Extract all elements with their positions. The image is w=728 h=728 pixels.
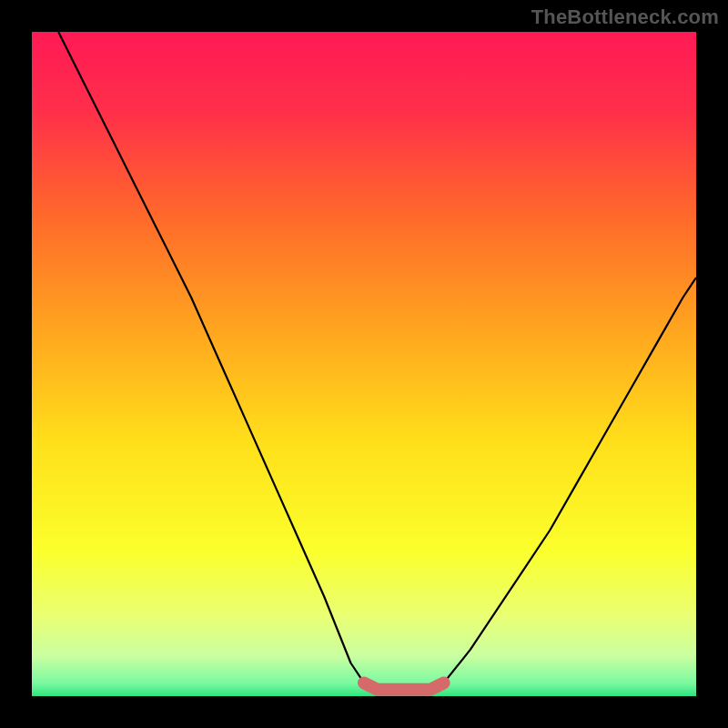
chart-frame: TheBottleneck.com xyxy=(0,0,728,728)
plot-area xyxy=(32,32,696,696)
chart-svg xyxy=(32,32,696,696)
series-trough-marker xyxy=(364,682,444,689)
watermark-text: TheBottleneck.com xyxy=(531,5,719,29)
gradient-background xyxy=(32,32,696,696)
